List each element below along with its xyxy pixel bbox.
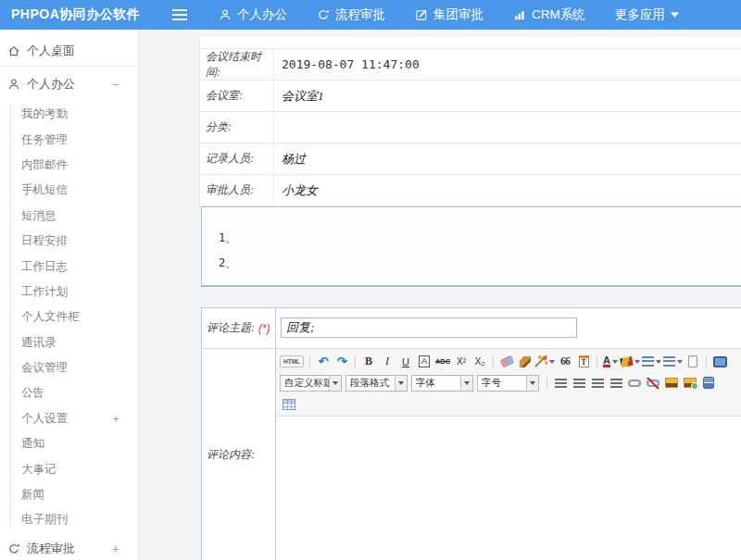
expand-toggle[interactable]: +	[112, 412, 119, 426]
expand-toggle[interactable]: +	[112, 541, 119, 556]
hamburger-menu-icon[interactable]	[172, 9, 187, 20]
sidebar-submenu: 我的考勤任务管理内部邮件手机短信短消息日程安排工作日志工作计划个人文件柜通讯录会…	[0, 102, 138, 533]
form-row: 会议结束时间:2019-08-07 11:47:00	[200, 49, 741, 81]
nav-item-personal-office[interactable]: 个人办公	[219, 6, 287, 23]
sidebar-item-label: 个人文件柜	[21, 309, 80, 325]
header-nav: 个人办公流程审批集团审批CRM系统更多应用	[219, 6, 679, 23]
content-line: 1、	[219, 226, 741, 251]
select-value: 字号	[478, 377, 526, 390]
field-label: 会议结束时间:	[206, 49, 273, 81]
field-value-cell: 杨过	[274, 143, 741, 174]
nav-item-crm-system[interactable]: CRM系统	[513, 6, 585, 23]
comment-content-row: 评论内容: HTML↶↷BIUAABCX²X₂66TA 自定义标题段落格式字体字…	[202, 349, 741, 560]
comment-subject-input[interactable]	[281, 317, 577, 338]
insert-media-icon[interactable]	[700, 375, 717, 392]
bold-icon[interactable]: B	[360, 354, 377, 370]
ordered-list-icon[interactable]	[642, 354, 661, 370]
sidebar-item[interactable]: 个人设置+	[0, 406, 138, 431]
sidebar-item[interactable]: 大事记	[0, 456, 138, 481]
sidebar-item-label: 工作日志	[21, 259, 68, 275]
new-page-icon[interactable]	[684, 354, 701, 370]
format-brush-icon[interactable]	[517, 354, 534, 370]
highlight-color-icon[interactable]	[621, 354, 640, 370]
align-center-icon[interactable]	[571, 375, 587, 392]
content-line: 2、	[219, 251, 741, 276]
sidebar-item[interactable]: 公告	[0, 380, 138, 405]
field-value-cell: 小龙女	[274, 175, 741, 205]
paste-text-icon[interactable]: T	[575, 354, 592, 370]
size-select[interactable]: 字号	[477, 375, 539, 392]
sidebar-item[interactable]: 个人文件柜	[0, 305, 138, 330]
collapse-toggle[interactable]: −	[112, 77, 119, 92]
sidebar-item[interactable]: 工作计划	[0, 280, 138, 305]
nav-item-label: 流程审批	[335, 6, 385, 23]
sidebar-item[interactable]: 通知	[0, 431, 138, 456]
align-right-icon[interactable]	[589, 375, 606, 392]
sidebar-item-label: 手机短信	[21, 182, 68, 198]
subscript-icon[interactable]: X₂	[471, 354, 488, 370]
toolbar-divider	[546, 377, 547, 390]
nav-item-more-apps[interactable]: 更多应用	[615, 6, 679, 23]
comment-content-label: 评论内容:	[207, 447, 255, 463]
editor-content[interactable]	[276, 417, 741, 560]
heading-select[interactable]: 自定义标题	[280, 375, 342, 392]
sidebar-item[interactable]: 日程安排	[0, 229, 138, 254]
sidebar-item[interactable]: 电子期刊	[0, 507, 138, 532]
blockquote-icon[interactable]: 66	[557, 354, 573, 370]
nav-item-group-approval[interactable]: 集团审批	[415, 6, 484, 23]
field-label: 会议室:	[206, 88, 243, 104]
superscript-icon[interactable]: X²	[453, 354, 470, 370]
align-justify-icon[interactable]	[608, 375, 624, 392]
field-value-cell: 会议室1	[274, 81, 741, 111]
insert-table-icon[interactable]	[281, 396, 297, 413]
strikethrough-icon[interactable]: ABC	[434, 354, 451, 370]
source-code-button[interactable]: HTML	[280, 355, 304, 367]
sidebar-item-label: 任务管理	[21, 132, 68, 148]
sidebar-item[interactable]: 任务管理	[0, 127, 138, 152]
person-icon	[7, 78, 20, 91]
unordered-list-icon[interactable]	[663, 354, 683, 370]
field-value-cell: 2019-08-07 11:47:00	[274, 49, 741, 80]
rich-text-editor: HTML↶↷BIUAABCX²X₂66TA 自定义标题段落格式字体字号	[276, 349, 741, 560]
sidebar-section-workflow-approval[interactable]: 流程审批 +	[0, 533, 138, 560]
cycle-icon	[7, 542, 20, 555]
fullscreen-icon[interactable]	[711, 354, 728, 370]
font-style-box-icon[interactable]: A	[416, 354, 433, 370]
sidebar-item-label: 大事记	[21, 462, 57, 478]
insert-link-icon[interactable]	[626, 375, 643, 392]
sidebar-section-personal-office[interactable]: 个人办公 −	[0, 67, 138, 102]
field-value: 会议室1	[282, 88, 324, 105]
insert-image-icon[interactable]	[663, 375, 680, 392]
undo-icon[interactable]: ↶	[315, 354, 332, 370]
paragraph-select[interactable]: 段落格式	[345, 375, 408, 392]
sidebar-item[interactable]: 新闻	[0, 482, 138, 507]
font-select[interactable]: 字体	[411, 375, 473, 392]
comment-subject-label-cell: 评论主题: (*)	[202, 308, 276, 348]
sidebar-item[interactable]: 内部邮件	[0, 153, 138, 178]
sidebar-item[interactable]: 通讯录	[0, 330, 138, 355]
nav-item-label: 集团审批	[433, 6, 484, 23]
align-left-icon[interactable]	[552, 375, 569, 392]
auto-typeset-icon[interactable]	[535, 354, 555, 370]
sidebar-item-label: 会议管理	[21, 360, 68, 376]
sidebar-item[interactable]: 会议管理	[0, 355, 138, 380]
field-label-cell: 会议室:	[200, 81, 274, 111]
nav-item-workflow-approval[interactable]: 流程审批	[317, 6, 385, 23]
sidebar-item-label: 电子期刊	[21, 512, 68, 528]
bar-chart-icon	[513, 8, 526, 21]
underline-icon[interactable]: U	[397, 354, 414, 370]
sidebar-item[interactable]: 我的考勤	[0, 102, 138, 127]
remove-link-icon[interactable]	[645, 375, 661, 392]
field-label: 审批人员:	[206, 182, 254, 198]
eraser-icon[interactable]	[498, 354, 515, 370]
redo-icon[interactable]: ↷	[333, 354, 350, 370]
italic-icon[interactable]: I	[379, 354, 396, 370]
sidebar-item[interactable]: 工作日志	[0, 254, 138, 279]
toolbar-row-2: 自定义标题段落格式字体字号	[280, 372, 737, 393]
font-color-icon[interactable]: A	[602, 354, 619, 370]
sidebar-item[interactable]: 手机短信	[0, 178, 138, 203]
sidebar-item-desktop[interactable]: 个人桌面	[0, 35, 138, 67]
screenshot-icon[interactable]	[682, 375, 698, 392]
sidebar-item[interactable]: 短消息	[0, 204, 138, 229]
form-row: 记录人员:杨过	[200, 143, 741, 175]
